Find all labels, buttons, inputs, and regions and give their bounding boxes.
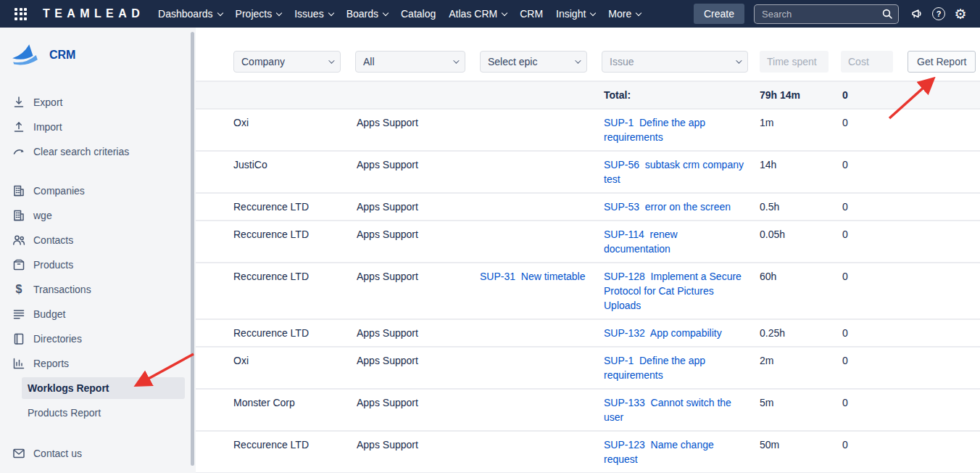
cost-input[interactable]: [841, 51, 893, 73]
crm-sidebar: CRM Export Import Clear search criterias: [0, 28, 196, 473]
settings-icon[interactable]: ⚙: [950, 0, 971, 28]
select-value: All: [363, 56, 375, 67]
nav-boards[interactable]: Boards: [340, 0, 394, 28]
total-label: Total:: [604, 88, 760, 102]
sidebar-item-label: Contacts: [33, 234, 73, 246]
table-row: Monster Corp Apps Support SUP-133 Cannot…: [196, 390, 980, 432]
issue-link[interactable]: SUP-114 renew documentation: [604, 229, 681, 255]
import-icon: [12, 120, 26, 134]
chevron-down-icon: [217, 9, 223, 15]
nav-label: More: [608, 8, 631, 20]
cell-issue: SUP-56 subtask crm company test: [604, 157, 760, 186]
cell-cost: 0: [842, 227, 980, 242]
crm-app-title: CRM: [49, 49, 75, 62]
nav-dashboards[interactable]: Dashboards: [151, 0, 229, 28]
issue-link[interactable]: SUP-128 Implement a Secure Protocol for …: [604, 271, 744, 311]
total-time-spent: 79h 14m: [760, 88, 842, 102]
app-switcher-icon[interactable]: [14, 8, 27, 20]
building-icon: [12, 184, 26, 198]
nav-label: Issues: [294, 8, 323, 20]
table-row: Oxi Apps Support SUP-1 Define the app re…: [196, 347, 980, 390]
cell-cost: 0: [842, 353, 980, 368]
cell-cost: 0: [842, 269, 980, 284]
cell-project: Apps Support: [357, 269, 480, 284]
help-icon[interactable]: ?: [928, 0, 950, 28]
issue-link[interactable]: SUP-53 error on the screen: [604, 201, 731, 213]
issue-filter-select[interactable]: Issue: [602, 51, 748, 73]
nav-crm[interactable]: CRM: [513, 0, 549, 28]
sidebar-item-products-report[interactable]: Products Report: [22, 402, 185, 424]
directories-icon: [12, 332, 26, 346]
sidebar-item-label: Contact us: [33, 448, 82, 459]
company-filter-select[interactable]: Company: [233, 51, 341, 73]
sidebar-item-import[interactable]: Import: [0, 115, 196, 139]
cell-time-spent: 0.25h: [760, 326, 842, 340]
cell-company: Oxi: [233, 115, 357, 130]
sidebar-item-products[interactable]: Products: [0, 252, 196, 277]
sidebar-item-contacts[interactable]: Contacts: [0, 228, 196, 252]
create-button[interactable]: Create: [694, 4, 744, 24]
clear-search-icon: [12, 144, 26, 159]
cell-company: Monster Corp: [233, 395, 357, 410]
nav-issues[interactable]: Issues: [288, 0, 339, 28]
announcement-icon[interactable]: [906, 0, 928, 28]
issue-link[interactable]: SUP-133 Cannot switch the user: [604, 397, 734, 423]
search-icon[interactable]: [881, 8, 893, 20]
chevron-down-icon: [636, 9, 641, 15]
nav-label: Dashboards: [158, 8, 213, 20]
nav-more[interactable]: More: [602, 0, 647, 28]
search-input[interactable]: [754, 4, 899, 24]
cell-time-spent: 2m: [760, 353, 842, 368]
sidebar-item-clear-search[interactable]: Clear search criterias: [0, 139, 196, 164]
sidebar-item-worklogs-report[interactable]: Worklogs Report: [22, 377, 185, 399]
cell-company: Reccurence LTD: [233, 437, 357, 452]
get-report-button[interactable]: Get Report: [908, 51, 976, 73]
nav-projects[interactable]: Projects: [229, 0, 288, 28]
contacts-icon: [12, 233, 26, 247]
cell-time-spent: 1m: [760, 115, 842, 130]
issue-link[interactable]: SUP-1 Define the app requirements: [604, 355, 708, 381]
reports-subitems: Worklogs Report Products Report: [22, 377, 196, 424]
sidebar-item-transactions[interactable]: $ Transactions: [0, 277, 196, 302]
issue-link[interactable]: SUP-132 App compability: [604, 327, 722, 339]
sidebar-item-directories[interactable]: Directories: [0, 326, 196, 351]
sidebar-scrollbar[interactable]: [191, 32, 194, 466]
sidebar-item-label: Transactions: [33, 284, 91, 295]
sidebar-footer-group: Contact us: [0, 441, 196, 466]
cell-cost: 0: [842, 200, 980, 214]
epic-filter-select[interactable]: Select epic: [480, 51, 587, 73]
nav-catalog[interactable]: Catalog: [394, 0, 442, 28]
cell-time-spent: 0.5h: [760, 200, 842, 214]
sidebar-item-reports[interactable]: Reports: [0, 351, 196, 376]
epic-link[interactable]: SUP-31 New timetable: [480, 271, 586, 282]
sidebar-item-companies[interactable]: Companies: [0, 178, 196, 203]
sidebar-item-label: Export: [33, 96, 62, 108]
question-mark-glyph: ?: [932, 7, 945, 20]
issue-link[interactable]: SUP-123 Name change request: [604, 439, 717, 465]
select-value: Company: [241, 56, 285, 67]
nav-insight[interactable]: Insight: [549, 0, 602, 28]
primary-nav: Dashboards Projects Issues Boards Catalo…: [151, 0, 647, 28]
sidebar-item-contact-us[interactable]: Contact us: [0, 441, 196, 466]
cell-cost: 0: [842, 395, 980, 410]
sidebar-item-label: Companies: [33, 185, 85, 197]
nav-atlas-crm[interactable]: Atlas CRM: [442, 0, 513, 28]
sidebar-item-export[interactable]: Export: [0, 90, 196, 115]
sidebar-item-label: Import: [33, 121, 62, 133]
teamlead-logo[interactable]: TEAMLEAD: [43, 7, 144, 20]
table-rows: Oxi Apps Support SUP-1 Define the app re…: [196, 110, 980, 473]
issue-link[interactable]: SUP-56 subtask crm company test: [604, 159, 747, 185]
table-row: Reccurence LTD Apps Support SUP-53 error…: [196, 194, 980, 221]
total-row: Total: 79h 14m 0: [196, 81, 980, 110]
all-filter-select[interactable]: All: [355, 51, 465, 73]
time-spent-input[interactable]: [760, 51, 829, 73]
issue-link[interactable]: SUP-1 Define the app requirements: [604, 117, 708, 143]
sidebar-item-budget[interactable]: Budget: [0, 302, 196, 326]
table-row: JustiCo Apps Support SUP-56 subtask crm …: [196, 152, 980, 194]
nav-label: Projects: [236, 8, 273, 20]
cell-project: Apps Support: [357, 437, 480, 452]
sidebar-item-wge[interactable]: wge: [0, 203, 196, 228]
filter-bar: Company All Select epic Issue Get Report: [196, 28, 980, 73]
worklogs-report-content: Company All Select epic Issue Get Report…: [196, 28, 980, 473]
cell-issue: SUP-128 Implement a Secure Protocol for …: [604, 269, 760, 313]
